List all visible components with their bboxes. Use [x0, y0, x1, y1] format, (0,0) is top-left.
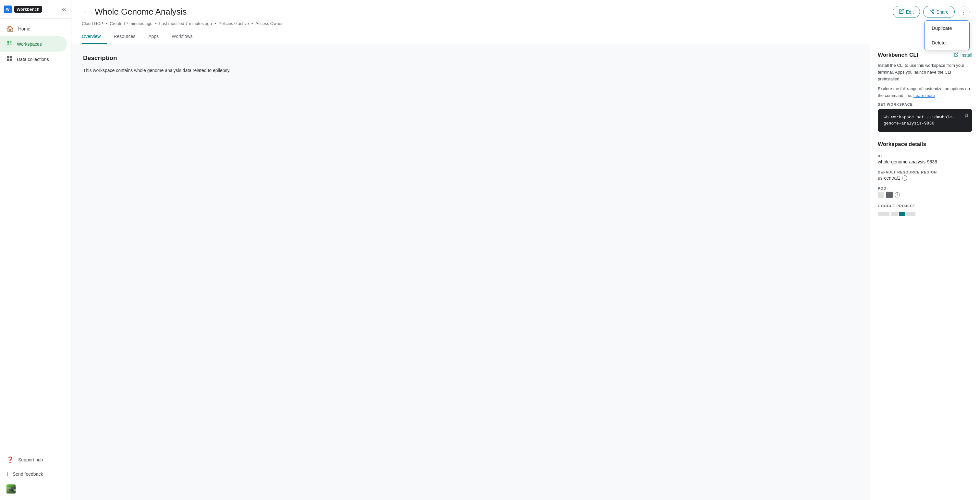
main-section: Description This workspace contains whol…	[72, 44, 870, 500]
edit-label: Edit	[906, 10, 914, 14]
tab-apps[interactable]: Apps	[142, 30, 165, 44]
svg-rect-7	[10, 59, 12, 61]
install-link[interactable]: Install	[954, 52, 972, 58]
pod-block-1	[878, 192, 884, 198]
duplicate-item[interactable]: Duplicate	[924, 21, 969, 35]
home-icon: 🏠	[6, 25, 14, 32]
detail-value-id: whole-genome-analysis-9836	[878, 159, 972, 164]
meta-cloud: Cloud GCP	[82, 21, 103, 26]
page-header: ← Whole Genome Analysis Edit	[72, 0, 980, 44]
svg-rect-5	[10, 56, 12, 59]
code-label: SET WORKSPACE	[878, 102, 972, 106]
more-menu-container: ⋮ Duplicate Delete	[958, 6, 970, 18]
install-label: Install	[960, 52, 972, 58]
sidebar-item-label-home: Home	[18, 26, 30, 32]
svg-point-9	[930, 11, 931, 12]
more-button[interactable]: ⋮	[958, 6, 970, 18]
header-actions: Edit Share	[893, 6, 970, 18]
dropdown-menu: Duplicate Delete	[924, 21, 970, 50]
region-info-icon[interactable]: i	[902, 175, 907, 181]
detail-row-google-project: GOOGLE PROJECT	[878, 204, 972, 216]
google-project-bars	[878, 209, 972, 216]
meta-access: Access Owner	[255, 21, 283, 26]
learn-more-link[interactable]: Learn more	[913, 93, 935, 98]
sidebar-item-label-feedback: Send feedback	[13, 471, 43, 477]
gp-bar-2	[891, 212, 898, 216]
tab-resources[interactable]: Resources	[107, 30, 142, 44]
share-label: Share	[937, 10, 948, 14]
pod-block-2	[886, 192, 893, 198]
main-content: ← Whole Genome Analysis Edit	[72, 0, 980, 500]
external-link-icon	[954, 52, 959, 58]
sidebar-item-label-data-collections: Data collections	[17, 57, 49, 62]
cli-title: Workbench CLI	[878, 52, 918, 59]
detail-value-region: us-central1	[878, 175, 900, 181]
logo-icon: W	[4, 5, 12, 13]
meta-modified: Last modified 7 minutes ago	[159, 21, 212, 26]
page-title: Whole Genome Analysis	[95, 7, 186, 17]
svg-point-1	[10, 41, 12, 43]
delete-item[interactable]: Delete	[924, 35, 969, 50]
sidebar-item-support-hub[interactable]: ❓ Support hub	[0, 452, 71, 467]
meta-policies: Policies 0 active	[219, 21, 249, 26]
share-button[interactable]: Share	[923, 6, 955, 18]
detail-label-id: ID	[878, 154, 972, 158]
svg-point-2	[7, 43, 9, 45]
svg-point-3	[10, 43, 12, 45]
detail-row-region: DEFAULT RESOURCE REGION us-central1 i	[878, 170, 972, 181]
svg-line-11	[931, 12, 932, 13]
right-panel: Workbench CLI Install Install the CLI to…	[870, 44, 980, 500]
gp-bar-1	[878, 212, 889, 216]
sidebar-item-send-feedback[interactable]: ! Send feedback	[0, 467, 71, 481]
meta-dot-1: •	[106, 21, 107, 26]
detail-label-google-project: GOOGLE PROJECT	[878, 204, 972, 208]
gp-bar-4	[906, 212, 915, 216]
description-text: This workspace contains whole genome ana…	[83, 67, 858, 74]
detail-label-pod: POD	[878, 186, 972, 190]
sidebar-bottom: ❓ Support hub ! Send feedback	[0, 450, 71, 500]
sidebar-item-workspaces[interactable]: Workspaces	[0, 37, 67, 52]
workspaces-icon	[6, 40, 12, 48]
cli-description-2: Explore the full range of customization …	[878, 86, 972, 99]
content-body: Description This workspace contains whol…	[72, 44, 980, 500]
logo-text: Workbench	[14, 6, 42, 13]
detail-row-pod: POD i	[878, 186, 972, 198]
collapse-button[interactable]: ‹‹	[61, 5, 67, 14]
sidebar-header: W Workbench ‹‹	[0, 0, 71, 19]
sidebar-divider	[0, 447, 71, 447]
support-hub-icon: ❓	[6, 456, 14, 463]
sidebar-item-label-workspaces: Workspaces	[17, 41, 42, 47]
svg-rect-4	[7, 56, 10, 59]
svg-point-0	[7, 41, 9, 43]
copy-button[interactable]: ⧉	[965, 113, 968, 119]
page-meta: Cloud GCP • Created 7 minutes ago • Last…	[82, 21, 970, 26]
sidebar: W Workbench ‹‹ 🏠 Home	[0, 0, 72, 500]
tab-workflows[interactable]: Workflows	[165, 30, 199, 44]
edit-icon	[899, 9, 904, 15]
send-feedback-icon: !	[6, 471, 8, 477]
code-block: wb workspace set --id=whole-genome-analy…	[878, 109, 972, 132]
description-heading: Description	[83, 54, 858, 62]
cli-description-1: Install the CLI to use this workspace fr…	[878, 62, 972, 83]
svg-line-12	[931, 10, 932, 11]
sidebar-item-home[interactable]: 🏠 Home	[0, 21, 67, 37]
detail-row-id: ID whole-genome-analysis-9836	[878, 154, 972, 164]
back-button[interactable]: ←	[82, 7, 91, 17]
sidebar-item-data-collections[interactable]: Data collections	[0, 52, 67, 67]
edit-button[interactable]: Edit	[893, 6, 920, 18]
pod-info-icon[interactable]: i	[895, 192, 900, 197]
sidebar-nav: 🏠 Home Workspaces	[0, 19, 71, 444]
user-avatar-row[interactable]	[0, 481, 71, 497]
meta-dot-3: •	[215, 21, 216, 26]
details-title: Workspace details	[878, 141, 972, 148]
svg-point-8	[932, 9, 934, 10]
share-icon	[929, 9, 935, 15]
svg-point-10	[932, 12, 934, 14]
data-collections-icon	[6, 56, 12, 63]
detail-label-region: DEFAULT RESOURCE REGION	[878, 170, 972, 174]
gp-bar-3	[899, 212, 905, 216]
meta-dot-4: •	[251, 21, 253, 26]
page-title-row: ← Whole Genome Analysis	[82, 7, 186, 17]
avatar	[6, 484, 16, 494]
tab-overview[interactable]: Overview	[82, 30, 107, 44]
